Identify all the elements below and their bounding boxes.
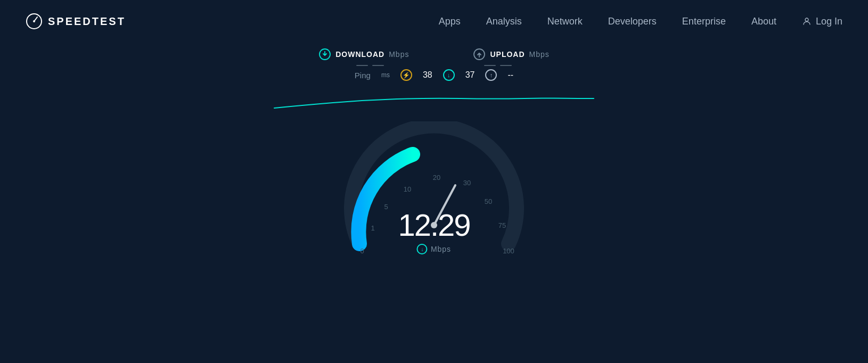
- download-label-text: DOWNLOAD: [335, 50, 384, 59]
- ping-unit: ms: [381, 71, 390, 79]
- download-label-group: DOWNLOAD Mbps: [318, 48, 409, 61]
- nav-enterprise[interactable]: Enterprise: [682, 16, 726, 27]
- logo-text: SPEEDTEST: [48, 15, 126, 28]
- nav-about[interactable]: About: [751, 16, 776, 27]
- ping-down-value: 37: [465, 70, 475, 80]
- download-unit: Mbps: [389, 50, 409, 59]
- gauge-download-icon: ↓: [417, 244, 428, 254]
- nav-developers[interactable]: Developers: [608, 16, 657, 27]
- ping-row: Ping ms ⚡ 38 ↓ 37 ↑ --: [355, 69, 513, 81]
- speed-labels-row: DOWNLOAD Mbps UPLOAD Mbps: [318, 48, 550, 61]
- upload-dash-2: [500, 65, 512, 66]
- download-circle-icon: [318, 48, 331, 61]
- svg-text:75: 75: [498, 221, 506, 229]
- upload-circle-icon: [473, 48, 486, 61]
- upload-value: [466, 65, 530, 66]
- download-dash-1: [356, 65, 368, 66]
- svg-point-1: [33, 20, 35, 22]
- login-label: Log In: [816, 16, 842, 27]
- ping-label: Ping: [355, 71, 371, 80]
- svg-text:5: 5: [384, 203, 388, 211]
- upload-label-text: UPLOAD: [490, 50, 525, 59]
- svg-text:1: 1: [371, 224, 374, 232]
- login-button[interactable]: Log In: [802, 16, 842, 27]
- svg-text:20: 20: [433, 174, 440, 182]
- speed-values-row: [338, 65, 530, 66]
- nav-apps[interactable]: Apps: [439, 16, 461, 27]
- svg-point-2: [805, 18, 808, 21]
- gauge-wrapper: 0 1 5 10 20 30 50 75 100 12.29 ↓ Mbps: [343, 111, 525, 270]
- nav-analysis[interactable]: Analysis: [486, 16, 522, 27]
- main-nav: Apps Analysis Network Developers Enterpr…: [439, 16, 842, 27]
- current-speed: 12.29: [398, 207, 470, 243]
- svg-text:30: 30: [463, 179, 471, 187]
- gauge-center-value: 12.29 ↓ Mbps: [398, 207, 470, 254]
- download-value: [338, 65, 402, 66]
- svg-text:0: 0: [360, 247, 364, 255]
- ping-down-icon: ↓: [443, 69, 455, 81]
- jitter-value: 38: [423, 70, 432, 80]
- speedtest-logo-icon: [26, 13, 43, 30]
- header: SPEEDTEST Apps Analysis Network Develope…: [0, 0, 868, 43]
- upload-dash-1: [484, 65, 496, 66]
- gauge-unit-row: ↓ Mbps: [398, 244, 470, 254]
- svg-text:100: 100: [503, 247, 514, 255]
- svg-text:50: 50: [485, 197, 492, 205]
- user-icon: [802, 16, 812, 26]
- svg-text:10: 10: [404, 185, 411, 193]
- ping-up-value: --: [507, 70, 513, 80]
- upload-unit: Mbps: [529, 50, 550, 59]
- main-content: DOWNLOAD Mbps UPLOAD Mbps Ping ms ⚡ 38 ↓: [0, 43, 868, 270]
- ping-up-icon: ↑: [485, 69, 497, 81]
- logo[interactable]: SPEEDTEST: [26, 13, 126, 30]
- gauge-unit-text: Mbps: [431, 245, 451, 253]
- download-dash-2: [372, 65, 384, 66]
- nav-network[interactable]: Network: [547, 16, 583, 27]
- jitter-icon: ⚡: [400, 69, 412, 81]
- upload-label-group: UPLOAD Mbps: [473, 48, 549, 61]
